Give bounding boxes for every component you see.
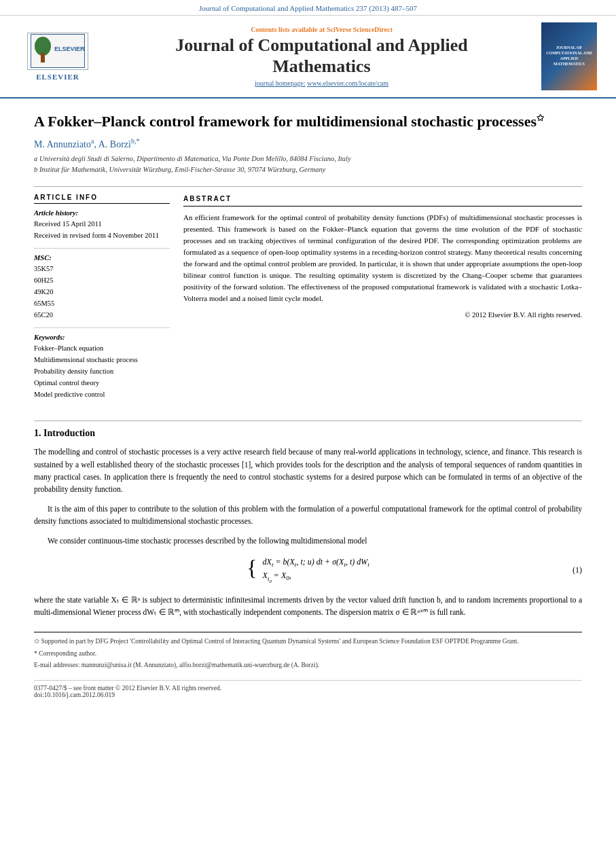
footnote-3: E-mail addresses: mannunzi@unisa.it (M. …: [34, 660, 582, 670]
msc-title: MSC:: [34, 254, 170, 262]
sciverse-line: Contents lists available at SciVerse Sci…: [102, 26, 541, 33]
affiliations: a Università degli Studi di Salerno, Dip…: [34, 154, 582, 175]
doi-line: doi:10.1016/j.cam.2012.06.019: [34, 692, 582, 698]
equation-line-2: Xt0 = X0,: [263, 571, 369, 583]
article-info-header: ARTICLE INFO: [34, 194, 170, 204]
keyword-4: Optimal control theory: [34, 378, 170, 389]
keyword-5: Model predictive control: [34, 389, 170, 401]
keywords-title: Keywords:: [34, 334, 170, 341]
journal-reference-bar: Journal of Computational and Applied Mat…: [0, 0, 616, 16]
info-divider-1: [34, 248, 170, 249]
journal-title-area: Contents lists available at SciVerse Sci…: [102, 26, 541, 87]
keyword-2: Multidimensional stochastic process: [34, 355, 170, 366]
equation-line-1: dXt = b(Xt, t; u) dt + σ(Xt, t) dWt: [263, 557, 369, 568]
msc-65m55: 65M55: [34, 298, 170, 310]
equation-1-content: { dXt = b(Xt, t; u) dt + σ(Xt, t) dWt Xt…: [34, 557, 582, 584]
paper-title: A Fokker–Planck control framework for mu…: [34, 112, 582, 132]
msc-35k57: 35K57: [34, 264, 170, 275]
journal-homepage: journal homepage: www.elsevier.com/locat…: [102, 79, 541, 87]
svg-text:ELSEVIER: ELSEVIER: [54, 46, 85, 52]
equation-number-1: (1): [573, 565, 582, 575]
keyword-1: Fokker–Planck equation: [34, 343, 170, 355]
sciverse-link[interactable]: SciVerse ScienceDirect: [327, 26, 393, 33]
elsevier-brand-text: ELSEVIER: [36, 73, 79, 81]
bottom-bar: 0377-0427/$ – see front matter © 2012 El…: [34, 680, 582, 698]
elsevier-logo-area: ELSEVIER ELSEVIER: [14, 33, 102, 81]
msc-60h25: 60H25: [34, 275, 170, 287]
msc-codes: 35K57 60H25 49K20 65M55 65C20: [34, 264, 170, 321]
introduction-heading: 1. Introduction: [34, 428, 582, 439]
journal-header: ELSEVIER ELSEVIER Contents lists availab…: [0, 16, 616, 99]
equation-lines: dXt = b(Xt, t; u) dt + σ(Xt, t) dWt Xt0 …: [263, 557, 369, 584]
homepage-link[interactable]: www.elsevier.com/locate/cam: [307, 79, 388, 87]
journal-title: Journal of Computational and Applied Mat…: [102, 35, 541, 77]
abstract-text: An efficient framework for the optimal c…: [183, 212, 582, 304]
keywords-content: Fokker–Planck equation Multidimensional …: [34, 343, 170, 400]
elsevier-logo: ELSEVIER ELSEVIER: [14, 33, 102, 81]
issn-line: 0377-0427/$ – see front matter © 2012 El…: [34, 685, 582, 692]
received-date: Received 15 April 2011: [34, 219, 170, 230]
abstract-column: ABSTRACT An efficient framework for the …: [183, 194, 582, 408]
affiliation-b: b Institut für Mathematik, Universität W…: [34, 164, 582, 175]
intro-para4: where the state variable Xₜ ∈ ℝⁿ is subj…: [34, 594, 582, 619]
affiliation-a: a Università degli Studi di Salerno, Dip…: [34, 154, 582, 164]
intro-para3: We consider continuous-time stochastic p…: [34, 535, 582, 547]
equation-brace: {: [247, 557, 257, 584]
journal-cover-image: JOURNAL OFCOMPUTATIONAL ANDAPPLIEDMATHEM…: [541, 22, 597, 90]
revised-date: Received in revised form 4 November 2011: [34, 230, 170, 242]
history-content: Received 15 April 2011 Received in revis…: [34, 219, 170, 242]
journal-reference-text: Journal of Computational and Applied Mat…: [199, 4, 417, 12]
intro-para1: The modelling and control of stochastic …: [34, 446, 582, 496]
svg-point-1: [35, 37, 51, 56]
journal-cover-area: JOURNAL OFCOMPUTATIONAL ANDAPPLIEDMATHEM…: [541, 22, 602, 90]
svg-rect-2: [41, 53, 45, 62]
abstract-copyright: © 2012 Elsevier B.V. All rights reserved…: [183, 310, 582, 321]
equation-1-container: { dXt = b(Xt, t; u) dt + σ(Xt, t) dWt Xt…: [34, 557, 582, 584]
contents-label: Contents lists available at: [251, 26, 325, 33]
article-info-abstract-columns: ARTICLE INFO Article history: Received 1…: [34, 194, 582, 408]
info-divider-2: [34, 327, 170, 328]
main-content: A Fokker–Planck control framework for mu…: [0, 99, 616, 712]
abstract-header: ABSTRACT: [183, 194, 582, 207]
authors-line: M. Annunziatoa, A. Borzìb,*: [34, 137, 582, 150]
header-divider: [34, 186, 582, 187]
footnotes: ✩ Supported in part by DFG Project 'Cont…: [34, 632, 582, 670]
msc-49k20: 49K20: [34, 287, 170, 298]
history-title: Article history:: [34, 209, 170, 217]
introduction-title: Introduction: [43, 428, 95, 438]
article-info-column: ARTICLE INFO Article history: Received 1…: [34, 194, 170, 408]
intro-para2: It is the aim of this paper to contribut…: [34, 503, 582, 528]
keyword-3: Probability density function: [34, 366, 170, 378]
footnote-1: ✩ Supported in part by DFG Project 'Cont…: [34, 637, 582, 646]
footnote-2: * Corresponding author.: [34, 649, 582, 658]
logo-image: ELSEVIER: [27, 33, 88, 70]
content-divider: [34, 420, 582, 421]
msc-65c20: 65C20: [34, 310, 170, 321]
